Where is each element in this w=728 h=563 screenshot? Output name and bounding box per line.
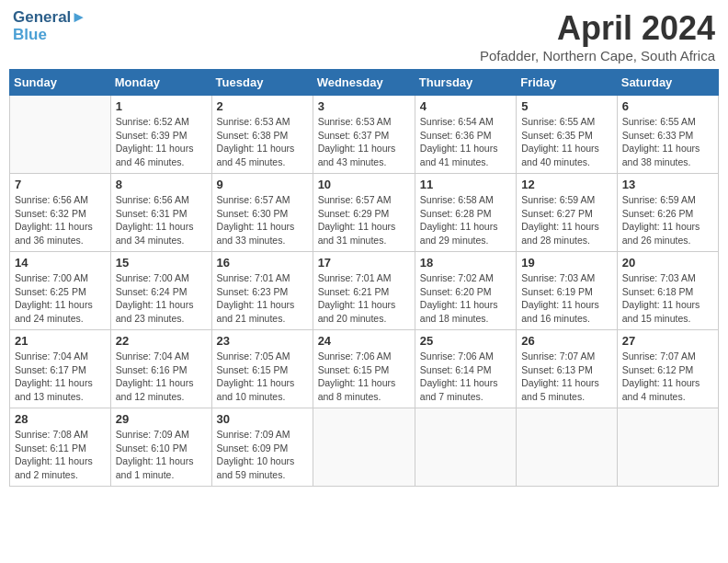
calendar-cell bbox=[10, 96, 111, 174]
day-info: Sunrise: 6:53 AMSunset: 6:37 PMDaylight:… bbox=[318, 115, 410, 169]
calendar-header-row: SundayMondayTuesdayWednesdayThursdayFrid… bbox=[10, 70, 719, 96]
day-info: Sunrise: 6:58 AMSunset: 6:28 PMDaylight:… bbox=[420, 193, 511, 247]
day-number: 28 bbox=[15, 412, 106, 426]
calendar-cell: 30Sunrise: 7:09 AMSunset: 6:09 PMDayligh… bbox=[211, 408, 313, 487]
header-wednesday: Wednesday bbox=[313, 70, 415, 96]
day-number: 20 bbox=[622, 256, 713, 270]
day-info: Sunrise: 7:04 AMSunset: 6:16 PMDaylight:… bbox=[116, 350, 207, 404]
page-header: General► Blue April 2024 Pofadder, North… bbox=[9, 9, 719, 63]
week-row-5: 28Sunrise: 7:08 AMSunset: 6:11 PMDayligh… bbox=[10, 408, 719, 487]
day-number: 10 bbox=[318, 178, 410, 191]
day-info: Sunrise: 6:55 AMSunset: 6:35 PMDaylight:… bbox=[521, 115, 612, 169]
calendar-cell: 1Sunrise: 6:52 AMSunset: 6:39 PMDaylight… bbox=[110, 96, 211, 174]
calendar-cell: 29Sunrise: 7:09 AMSunset: 6:10 PMDayligh… bbox=[110, 408, 211, 487]
day-info: Sunrise: 6:59 AMSunset: 6:27 PMDaylight:… bbox=[521, 193, 612, 247]
calendar-cell: 21Sunrise: 7:04 AMSunset: 6:17 PMDayligh… bbox=[10, 330, 111, 408]
day-number: 5 bbox=[521, 99, 612, 113]
week-row-2: 7Sunrise: 6:56 AMSunset: 6:32 PMDaylight… bbox=[10, 174, 719, 252]
logo-line2: Blue bbox=[13, 27, 86, 44]
day-number: 16 bbox=[217, 256, 308, 270]
day-info: Sunrise: 6:59 AMSunset: 6:26 PMDaylight:… bbox=[622, 193, 713, 247]
calendar-cell: 26Sunrise: 7:07 AMSunset: 6:13 PMDayligh… bbox=[517, 330, 618, 408]
calendar-cell bbox=[617, 408, 718, 487]
calendar-cell: 17Sunrise: 7:01 AMSunset: 6:21 PMDayligh… bbox=[313, 252, 415, 330]
day-info: Sunrise: 7:02 AMSunset: 6:20 PMDaylight:… bbox=[420, 271, 511, 326]
day-info: Sunrise: 6:57 AMSunset: 6:29 PMDaylight:… bbox=[318, 193, 410, 247]
calendar-cell: 23Sunrise: 7:05 AMSunset: 6:15 PMDayligh… bbox=[211, 330, 313, 408]
day-info: Sunrise: 7:04 AMSunset: 6:17 PMDaylight:… bbox=[15, 350, 106, 404]
month-title: April 2024 bbox=[480, 9, 715, 48]
day-number: 19 bbox=[521, 256, 612, 270]
calendar-cell: 2Sunrise: 6:53 AMSunset: 6:38 PMDaylight… bbox=[211, 96, 313, 174]
calendar-cell: 4Sunrise: 6:54 AMSunset: 6:36 PMDaylight… bbox=[415, 96, 516, 174]
calendar-cell: 16Sunrise: 7:01 AMSunset: 6:23 PMDayligh… bbox=[211, 252, 313, 330]
day-number: 1 bbox=[116, 99, 207, 113]
header-tuesday: Tuesday bbox=[211, 70, 313, 96]
calendar-cell: 11Sunrise: 6:58 AMSunset: 6:28 PMDayligh… bbox=[415, 174, 516, 252]
calendar-cell: 5Sunrise: 6:55 AMSunset: 6:35 PMDaylight… bbox=[517, 96, 618, 174]
day-number: 7 bbox=[15, 178, 106, 191]
day-number: 11 bbox=[420, 178, 511, 191]
day-info: Sunrise: 7:03 AMSunset: 6:19 PMDaylight:… bbox=[521, 271, 612, 326]
header-monday: Monday bbox=[110, 70, 211, 96]
day-number: 27 bbox=[622, 334, 713, 348]
day-number: 6 bbox=[622, 99, 713, 113]
day-number: 3 bbox=[318, 99, 410, 113]
day-number: 13 bbox=[622, 178, 713, 191]
day-number: 14 bbox=[15, 256, 106, 270]
calendar-cell: 3Sunrise: 6:53 AMSunset: 6:37 PMDaylight… bbox=[313, 96, 415, 174]
day-number: 30 bbox=[217, 412, 308, 426]
day-info: Sunrise: 7:09 AMSunset: 6:10 PMDaylight:… bbox=[116, 428, 207, 482]
calendar-cell: 10Sunrise: 6:57 AMSunset: 6:29 PMDayligh… bbox=[313, 174, 415, 252]
header-thursday: Thursday bbox=[415, 70, 516, 96]
day-number: 12 bbox=[521, 178, 612, 191]
calendar-cell: 18Sunrise: 7:02 AMSunset: 6:20 PMDayligh… bbox=[415, 252, 516, 330]
calendar-cell: 15Sunrise: 7:00 AMSunset: 6:24 PMDayligh… bbox=[110, 252, 211, 330]
day-info: Sunrise: 7:06 AMSunset: 6:15 PMDaylight:… bbox=[318, 350, 410, 404]
day-info: Sunrise: 7:06 AMSunset: 6:14 PMDaylight:… bbox=[420, 350, 511, 404]
week-row-4: 21Sunrise: 7:04 AMSunset: 6:17 PMDayligh… bbox=[10, 330, 719, 408]
day-number: 23 bbox=[217, 334, 308, 348]
day-number: 21 bbox=[15, 334, 106, 348]
day-number: 17 bbox=[318, 256, 410, 270]
day-info: Sunrise: 7:01 AMSunset: 6:21 PMDaylight:… bbox=[318, 271, 410, 326]
calendar-cell: 22Sunrise: 7:04 AMSunset: 6:16 PMDayligh… bbox=[110, 330, 211, 408]
day-info: Sunrise: 6:54 AMSunset: 6:36 PMDaylight:… bbox=[420, 115, 511, 169]
calendar-cell: 24Sunrise: 7:06 AMSunset: 6:15 PMDayligh… bbox=[313, 330, 415, 408]
calendar-cell: 7Sunrise: 6:56 AMSunset: 6:32 PMDaylight… bbox=[10, 174, 111, 252]
calendar-cell: 20Sunrise: 7:03 AMSunset: 6:18 PMDayligh… bbox=[617, 252, 718, 330]
day-number: 29 bbox=[116, 412, 207, 426]
day-info: Sunrise: 6:56 AMSunset: 6:32 PMDaylight:… bbox=[15, 193, 106, 247]
calendar-cell bbox=[517, 408, 618, 487]
day-number: 4 bbox=[420, 99, 511, 113]
day-info: Sunrise: 7:03 AMSunset: 6:18 PMDaylight:… bbox=[622, 271, 713, 326]
day-number: 2 bbox=[217, 99, 308, 113]
week-row-1: 1Sunrise: 6:52 AMSunset: 6:39 PMDaylight… bbox=[10, 96, 719, 174]
header-sunday: Sunday bbox=[10, 70, 111, 96]
calendar-cell bbox=[415, 408, 516, 487]
day-info: Sunrise: 7:08 AMSunset: 6:11 PMDaylight:… bbox=[15, 428, 106, 482]
calendar-cell: 14Sunrise: 7:00 AMSunset: 6:25 PMDayligh… bbox=[10, 252, 111, 330]
calendar-cell: 28Sunrise: 7:08 AMSunset: 6:11 PMDayligh… bbox=[10, 408, 111, 487]
day-number: 9 bbox=[217, 178, 308, 191]
day-number: 15 bbox=[116, 256, 207, 270]
calendar-cell: 8Sunrise: 6:56 AMSunset: 6:31 PMDaylight… bbox=[110, 174, 211, 252]
calendar-cell: 13Sunrise: 6:59 AMSunset: 6:26 PMDayligh… bbox=[617, 174, 718, 252]
day-info: Sunrise: 7:00 AMSunset: 6:24 PMDaylight:… bbox=[116, 271, 207, 326]
calendar-cell: 27Sunrise: 7:07 AMSunset: 6:12 PMDayligh… bbox=[617, 330, 718, 408]
calendar-cell: 9Sunrise: 6:57 AMSunset: 6:30 PMDaylight… bbox=[211, 174, 313, 252]
logo: General► Blue bbox=[13, 9, 86, 43]
title-block: April 2024 Pofadder, Northern Cape, Sout… bbox=[480, 9, 715, 63]
calendar-cell: 19Sunrise: 7:03 AMSunset: 6:19 PMDayligh… bbox=[517, 252, 618, 330]
day-number: 22 bbox=[116, 334, 207, 348]
day-info: Sunrise: 6:56 AMSunset: 6:31 PMDaylight:… bbox=[116, 193, 207, 247]
calendar-cell: 6Sunrise: 6:55 AMSunset: 6:33 PMDaylight… bbox=[617, 96, 718, 174]
logo-line1: General► bbox=[13, 9, 86, 27]
calendar-cell: 12Sunrise: 6:59 AMSunset: 6:27 PMDayligh… bbox=[517, 174, 618, 252]
day-info: Sunrise: 7:00 AMSunset: 6:25 PMDaylight:… bbox=[15, 271, 106, 326]
day-info: Sunrise: 7:07 AMSunset: 6:12 PMDaylight:… bbox=[622, 350, 713, 404]
week-row-3: 14Sunrise: 7:00 AMSunset: 6:25 PMDayligh… bbox=[10, 252, 719, 330]
location: Pofadder, Northern Cape, South Africa bbox=[480, 48, 715, 63]
day-number: 26 bbox=[521, 334, 612, 348]
day-info: Sunrise: 7:09 AMSunset: 6:09 PMDaylight:… bbox=[217, 428, 308, 482]
